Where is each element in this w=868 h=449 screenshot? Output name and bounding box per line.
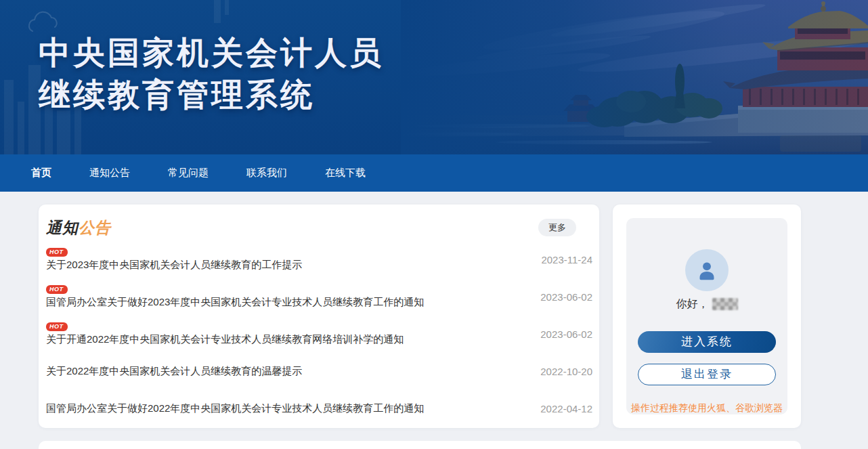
site-title: 中央国家机关会计人员 继续教育管理系统 bbox=[39, 32, 384, 116]
notice-date: 2022-10-20 bbox=[540, 366, 594, 377]
greeting-text: 你好， bbox=[676, 297, 709, 312]
more-button[interactable]: 更多 bbox=[538, 219, 576, 236]
site-title-line2: 继续教育管理系统 bbox=[39, 74, 384, 116]
notice-row-left: HOT关于开通2022年度中央国家机关会计专业技术人员继续教育网络培训补学的通知 bbox=[46, 322, 404, 346]
notice-row[interactable]: 国管局办公室关于做好2022年度中央国家机关会计专业技术人员继续教育工作的通知2… bbox=[46, 390, 594, 427]
notice-link[interactable]: 关于开通2022年度中央国家机关会计专业技术人员继续教育网络培训补学的通知 bbox=[46, 333, 404, 346]
avatar bbox=[685, 249, 729, 291]
notice-date: 2022-04-12 bbox=[540, 403, 594, 414]
hot-badge: HOT bbox=[46, 248, 68, 257]
banner: 中央国家机关会计人员 继续教育管理系统 bbox=[0, 0, 868, 154]
hot-badge: HOT bbox=[46, 322, 68, 331]
notice-date: 2023-11-24 bbox=[541, 254, 594, 265]
notice-link[interactable]: 国管局办公室关于做好2022年度中央国家机关会计专业技术人员继续教育工作的通知 bbox=[46, 402, 424, 415]
notice-row-left: 关于2022年度中央国家机关会计人员继续教育的温馨提示 bbox=[46, 365, 302, 378]
logout-button[interactable]: 退出登录 bbox=[638, 364, 776, 385]
notice-link[interactable]: 关于2022年度中央国家机关会计人员继续教育的温馨提示 bbox=[46, 365, 302, 378]
content-area: 通知公告 更多 HOT关于2023年度中央国家机关会计人员继续教育的工作提示20… bbox=[39, 205, 868, 428]
notice-row[interactable]: HOT国管局办公室关于做好2023年度中央国家机关会计专业技术人员继续教育工作的… bbox=[46, 278, 594, 316]
notice-row[interactable]: HOT关于2023年度中央国家机关会计人员继续教育的工作提示2023-11-24 bbox=[46, 241, 594, 278]
notice-heading-part1: 通知 bbox=[46, 219, 79, 236]
main-nav: 首页通知公告常见问题联系我们在线下载 bbox=[0, 154, 868, 192]
notice-link[interactable]: 关于2023年度中央国家机关会计人员继续教育的工作提示 bbox=[46, 259, 302, 272]
notice-header: 通知公告 更多 bbox=[46, 215, 594, 240]
user-icon bbox=[695, 259, 718, 282]
notice-link[interactable]: 国管局办公室关于做好2023年度中央国家机关会计专业技术人员继续教育工作的通知 bbox=[46, 296, 424, 309]
notice-date: 2023-06-02 bbox=[540, 291, 594, 303]
enter-system-button[interactable]: 进入系统 bbox=[638, 331, 776, 353]
notice-card: 通知公告 更多 HOT关于2023年度中央国家机关会计人员继续教育的工作提示20… bbox=[39, 205, 599, 428]
notice-row[interactable]: HOT关于开通2022年度中央国家机关会计专业技术人员继续教育网络培训补学的通知… bbox=[46, 316, 594, 353]
nav-item-0[interactable]: 首页 bbox=[31, 167, 51, 179]
notice-row[interactable]: 关于2022年度中央国家机关会计人员继续教育的温馨提示2022-10-20 bbox=[46, 353, 594, 390]
page: 中央国家机关会计人员 继续教育管理系统 首页通知公告常见问题联系我们在线下载 通… bbox=[0, 0, 868, 449]
nav-item-2[interactable]: 常见问题 bbox=[168, 167, 209, 179]
next-section-card bbox=[39, 441, 801, 449]
notice-row-left: HOT国管局办公室关于做好2023年度中央国家机关会计专业技术人员继续教育工作的… bbox=[46, 285, 424, 309]
nav-item-1[interactable]: 通知公告 bbox=[89, 167, 130, 179]
notice-heading: 通知公告 bbox=[46, 217, 111, 238]
notice-date: 2023-06-02 bbox=[540, 328, 594, 340]
user-panel: 你好， 进入系统 退出登录 操作过程推荐使用火狐、谷歌浏览器 bbox=[613, 205, 801, 428]
nav-item-4[interactable]: 在线下载 bbox=[325, 167, 366, 179]
greeting: 你好， bbox=[676, 297, 738, 312]
notice-row-left: 国管局办公室关于做好2022年度中央国家机关会计专业技术人员继续教育工作的通知 bbox=[46, 402, 424, 415]
user-panel-inner: 你好， 进入系统 退出登录 操作过程推荐使用火狐、谷歌浏览器 bbox=[626, 218, 787, 414]
site-title-line1: 中央国家机关会计人员 bbox=[39, 32, 384, 74]
hot-badge: HOT bbox=[46, 285, 68, 294]
notice-heading-part2: 公告 bbox=[79, 219, 111, 236]
nav-item-3[interactable]: 联系我们 bbox=[246, 167, 287, 179]
browser-tip: 操作过程推荐使用火狐、谷歌浏览器 bbox=[631, 402, 783, 414]
notice-list: HOT关于2023年度中央国家机关会计人员继续教育的工作提示2023-11-24… bbox=[46, 241, 594, 427]
notice-row-left: HOT关于2023年度中央国家机关会计人员继续教育的工作提示 bbox=[46, 248, 302, 272]
censored-username bbox=[712, 298, 738, 310]
